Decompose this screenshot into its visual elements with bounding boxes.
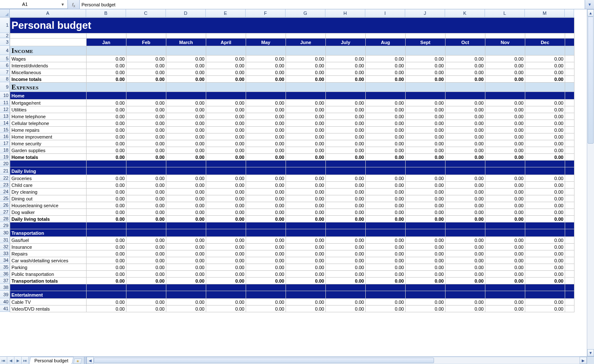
cell-value[interactable]: 0.00 bbox=[166, 250, 206, 257]
cell-value[interactable]: 0.00 bbox=[206, 250, 246, 257]
empty-cell[interactable] bbox=[565, 33, 574, 39]
cell-value[interactable]: 0.00 bbox=[446, 182, 485, 189]
section-header-cell[interactable] bbox=[446, 83, 485, 92]
cell-value[interactable]: 0.00 bbox=[206, 133, 246, 140]
cell-value[interactable]: 0.00 bbox=[286, 127, 326, 133]
column-header-b[interactable]: B bbox=[86, 9, 126, 17]
cell-value[interactable]: 0.00 bbox=[126, 113, 166, 120]
cell-value[interactable]: 0.00 bbox=[87, 299, 126, 306]
cell-value[interactable]: 0.00 bbox=[406, 237, 446, 244]
cell-value[interactable]: 0.00 bbox=[206, 244, 246, 250]
section-header-cell[interactable] bbox=[246, 46, 286, 56]
group-header-cell[interactable] bbox=[166, 167, 206, 175]
cell-value[interactable]: 0.00 bbox=[286, 56, 326, 62]
cell-value[interactable]: 0.00 bbox=[246, 257, 286, 264]
month-header-june[interactable]: June bbox=[286, 39, 326, 46]
cell-value[interactable]: 0.00 bbox=[246, 62, 286, 69]
cell-value[interactable]: 0.00 bbox=[126, 306, 166, 312]
cell-value[interactable]: 0.00 bbox=[366, 113, 406, 120]
row-label[interactable]: Groceries bbox=[10, 175, 87, 182]
cell-value[interactable]: 0.00 bbox=[286, 264, 326, 271]
cell-value[interactable]: 0.00 bbox=[326, 195, 366, 202]
cell-value[interactable]: 0.00 bbox=[366, 244, 406, 250]
spacer-cell[interactable] bbox=[87, 161, 126, 167]
sheet-tab-active[interactable]: Personal budget bbox=[29, 357, 74, 364]
cell-value[interactable]: 0.00 bbox=[446, 100, 485, 106]
cell-value[interactable]: 0.00 bbox=[126, 257, 166, 264]
cell-value[interactable]: 0.00 bbox=[366, 264, 406, 271]
cell-value[interactable]: 0.00 bbox=[326, 113, 366, 120]
cell-value[interactable]: 0.00 bbox=[446, 306, 485, 312]
spacer-cell[interactable] bbox=[446, 222, 485, 229]
row-header-39[interactable]: 39 bbox=[0, 291, 10, 298]
cell-value[interactable]: 0.00 bbox=[166, 209, 206, 216]
totals-label[interactable]: Daily living totals bbox=[10, 216, 87, 222]
cell-value[interactable]: 0.00 bbox=[246, 106, 286, 113]
cell-value[interactable]: 0.00 bbox=[485, 106, 525, 113]
cell-value[interactable]: 0.00 bbox=[206, 140, 246, 147]
cell-value[interactable]: 0.00 bbox=[246, 195, 286, 202]
group-header-cell[interactable] bbox=[366, 92, 406, 100]
cell-value[interactable]: 0.00 bbox=[126, 120, 166, 127]
cell-value[interactable]: 0.00 bbox=[366, 195, 406, 202]
cell-value[interactable]: 0.00 bbox=[525, 306, 565, 312]
empty-cell[interactable] bbox=[485, 33, 525, 39]
group-header-cell[interactable] bbox=[286, 229, 326, 237]
cell-value[interactable]: 0.00 bbox=[366, 140, 406, 147]
cell-value[interactable]: 0.00 bbox=[406, 244, 446, 250]
group-header-cell[interactable] bbox=[446, 92, 485, 100]
cell-value[interactable]: 0.00 bbox=[446, 69, 485, 76]
cell-value[interactable]: 0.00 bbox=[406, 140, 446, 147]
cell-value[interactable]: 0.00 bbox=[525, 56, 565, 62]
spacer-cell[interactable] bbox=[406, 284, 446, 291]
cell-value[interactable]: 0.00 bbox=[525, 202, 565, 209]
totals-label[interactable]: Transportation totals bbox=[10, 278, 87, 284]
cell-value[interactable]: 0.00 bbox=[406, 76, 446, 83]
section-header-cell[interactable] bbox=[565, 46, 574, 56]
group-header-cell[interactable] bbox=[246, 92, 286, 100]
tab-nav-next-icon[interactable]: ▶ bbox=[14, 357, 22, 364]
spacer-cell[interactable] bbox=[565, 161, 574, 167]
cell-value[interactable]: 0.00 bbox=[406, 250, 446, 257]
cell-value[interactable]: 0.00 bbox=[366, 237, 406, 244]
cell-value[interactable]: 0.00 bbox=[206, 120, 246, 127]
row-header-6[interactable]: 6 bbox=[0, 62, 10, 69]
cell-value[interactable]: 0.00 bbox=[286, 140, 326, 147]
cell-value[interactable]: 0.00 bbox=[87, 69, 126, 76]
cell-value[interactable]: 0.00 bbox=[246, 278, 286, 284]
cell-value[interactable]: 0.00 bbox=[446, 202, 485, 209]
cell-value[interactable]: 0.00 bbox=[406, 133, 446, 140]
cell-value[interactable]: 0.00 bbox=[485, 62, 525, 69]
section-header-cell[interactable] bbox=[286, 46, 326, 56]
row-header-22[interactable]: 22 bbox=[0, 175, 10, 181]
cell-value[interactable]: 0.00 bbox=[326, 257, 366, 264]
cell-value[interactable]: 0.00 bbox=[246, 264, 286, 271]
cell-value[interactable]: 0.00 bbox=[366, 175, 406, 182]
tab-nav-prev-icon[interactable]: ◀ bbox=[7, 357, 14, 364]
cell-value[interactable]: 0.00 bbox=[87, 209, 126, 216]
group-header-cell[interactable] bbox=[326, 92, 366, 100]
scroll-right-button[interactable]: ▶ bbox=[580, 357, 587, 364]
spacer-cell[interactable] bbox=[446, 161, 485, 167]
cell-partial[interactable] bbox=[565, 237, 574, 244]
cell-partial[interactable] bbox=[565, 244, 574, 250]
empty-cell[interactable] bbox=[206, 33, 246, 39]
cell-value[interactable]: 0.00 bbox=[87, 278, 126, 284]
month-header-aug[interactable]: Aug bbox=[366, 39, 406, 46]
cell-value[interactable]: 0.00 bbox=[126, 182, 166, 189]
cell-partial[interactable] bbox=[565, 69, 574, 76]
cell-value[interactable]: 0.00 bbox=[406, 271, 446, 278]
cell-value[interactable]: 0.00 bbox=[166, 244, 206, 250]
cell-value[interactable]: 0.00 bbox=[326, 271, 366, 278]
row-header-4[interactable]: 4 bbox=[0, 46, 10, 55]
cell-value[interactable]: 0.00 bbox=[166, 106, 206, 113]
horizontal-scroll-track[interactable] bbox=[94, 357, 580, 364]
month-header-feb[interactable]: Feb bbox=[126, 39, 166, 46]
cell-value[interactable]: 0.00 bbox=[246, 244, 286, 250]
cell-partial[interactable] bbox=[565, 195, 574, 202]
cell-value[interactable]: 0.00 bbox=[286, 133, 326, 140]
row-header-8[interactable]: 8 bbox=[0, 75, 10, 82]
cell-value[interactable]: 0.00 bbox=[326, 127, 366, 133]
month-header-partial[interactable] bbox=[565, 39, 574, 46]
cell-value[interactable]: 0.00 bbox=[525, 106, 565, 113]
